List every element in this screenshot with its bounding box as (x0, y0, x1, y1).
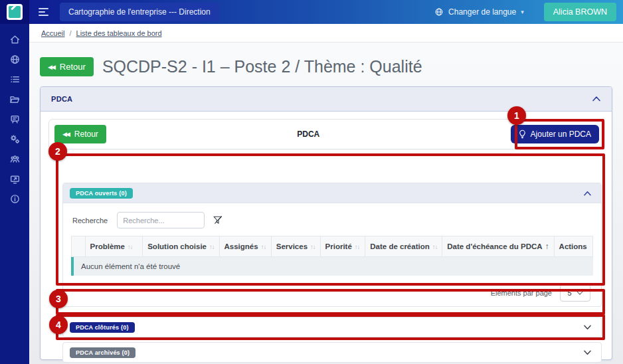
toolbar-title: PDCA (106, 130, 511, 139)
menu-toggle-icon[interactable] (39, 8, 50, 16)
caret-down-icon: ▾ (521, 9, 524, 15)
chevron-down-icon[interactable] (583, 321, 592, 333)
column-probleme[interactable]: Problème↑↓ (85, 236, 143, 257)
gears-icon[interactable] (5, 129, 25, 149)
column-priorite[interactable]: Priorité↑↓ (320, 236, 365, 257)
list-icon[interactable] (5, 69, 25, 89)
pdca-open-table: Problème↑↓ Solution choisie↑↓ Assignés↑↓… (71, 236, 593, 257)
language-label: Changer de langue (448, 7, 516, 17)
screen-share-icon[interactable] (5, 169, 25, 189)
pdca-panel: PDCA ◀◀ Retour PDCA Ajouter un PDCA (40, 86, 612, 360)
rewind-icon: ◀◀ (62, 131, 70, 137)
page-back-label: Retour (60, 62, 86, 72)
board-icon[interactable] (5, 109, 25, 129)
breadcrumb-current-link[interactable]: Liste des tableaux de bord (76, 29, 162, 37)
sort-asc-icon: ↑ (545, 242, 549, 251)
logo-icon (7, 4, 23, 20)
lightbulb-icon (519, 130, 526, 139)
pdca-open-section: PDCA ouverts (0) Recherche (62, 183, 602, 307)
folder-icon[interactable] (5, 89, 25, 109)
column-solution-choisie[interactable]: Solution choisie↑↓ (143, 236, 219, 257)
sort-icon: ↑↓ (128, 243, 133, 250)
sort-icon: ↑↓ (310, 243, 315, 250)
search-input[interactable] (117, 212, 205, 228)
sort-icon: ↑↓ (209, 243, 215, 250)
page-header: ◀◀ Retour SQCDP-S2 - I1 – Poste 2 / Thèm… (40, 57, 422, 76)
rewind-icon: ◀◀ (48, 64, 56, 70)
page-size-select[interactable]: 5 (560, 284, 590, 302)
sidebar (0, 24, 29, 364)
language-dropdown[interactable]: Changer de langue ▾ (434, 7, 524, 17)
column-date-echeance[interactable]: Date d'échéance du PDCA↑ (442, 236, 554, 257)
pdca-archived-header[interactable]: PDCA archivés (0) (63, 343, 601, 362)
app-title: Cartographie de l'entreprise --- Directi… (60, 3, 219, 21)
breadcrumb: Accueil / Liste des tableaux de bord (29, 24, 623, 43)
pdca-archived-badge: PDCA archivés (0) (70, 347, 135, 358)
empty-state-message: Aucun élément n'a été trouvé (71, 257, 593, 276)
sort-icon: ↑↓ (261, 243, 266, 250)
per-page-label: Éléments par page (491, 289, 552, 297)
sort-icon: ↑↓ (355, 243, 360, 250)
column-assignes[interactable]: Assignés↑↓ (219, 236, 271, 257)
pdca-closed-header[interactable]: PDCA clôturés (0) (63, 318, 601, 337)
breadcrumb-home-link[interactable]: Accueil (41, 29, 64, 37)
home-icon[interactable] (5, 29, 25, 49)
globe-icon[interactable] (5, 49, 25, 69)
app-logo[interactable] (0, 0, 29, 24)
pdca-panel-title: PDCA (51, 95, 72, 103)
main-area: Accueil / Liste des tableaux de bord ◀◀ … (29, 24, 623, 364)
chevron-down-icon (577, 291, 583, 296)
toolbar-back-button[interactable]: ◀◀ Retour (54, 125, 106, 143)
top-navbar: Cartographie de l'entreprise --- Directi… (0, 0, 623, 24)
pagination-row: Éléments par page 5 (71, 284, 593, 302)
column-actions: Actions (554, 236, 592, 257)
page-back-button[interactable]: ◀◀ Retour (40, 57, 94, 76)
pdca-open-header[interactable]: PDCA ouverts (0) (63, 183, 601, 203)
pdca-panel-body: ◀◀ Retour PDCA Ajouter un PDCA PDCA ouve… (41, 112, 612, 360)
pdca-panel-header[interactable]: PDCA (41, 87, 612, 112)
user-button[interactable]: Alicia BROWN (544, 3, 616, 21)
pdca-open-badge: PDCA ouverts (0) (70, 188, 133, 199)
chevron-down-icon[interactable] (583, 347, 592, 359)
column-date-creation[interactable]: Date de création↑↓ (365, 236, 442, 257)
page-size-value: 5 (567, 289, 571, 297)
info-icon[interactable] (5, 189, 25, 209)
pdca-toolbar: ◀◀ Retour PDCA Ajouter un PDCA (48, 119, 605, 149)
breadcrumb-separator: / (69, 29, 71, 37)
filter-clear-icon[interactable] (213, 215, 223, 225)
pdca-open-body: Recherche Problème↑↓ (63, 203, 601, 307)
sort-icon: ↑↓ (432, 243, 438, 250)
search-row: Recherche (72, 212, 593, 228)
team-icon[interactable] (5, 149, 25, 169)
globe-icon (434, 7, 444, 17)
toolbar-back-label: Retour (74, 130, 98, 139)
pdca-closed-badge: PDCA clôturés (0) (70, 322, 135, 333)
add-pdca-label: Ajouter un PDCA (531, 130, 591, 139)
column-services[interactable]: Services↑↓ (271, 236, 320, 257)
chevron-up-icon[interactable] (583, 187, 592, 199)
page-title: SQCDP-S2 - I1 – Poste 2 / Thème : Qualit… (102, 57, 422, 76)
search-label: Recherche (72, 217, 108, 225)
pdca-archived-section: PDCA archivés (0) (62, 342, 602, 363)
column-select (72, 236, 86, 257)
add-pdca-button[interactable]: Ajouter un PDCA (511, 125, 599, 143)
pdca-closed-section: PDCA clôturés (0) (62, 317, 602, 337)
navbar-main: Cartographie de l'entreprise --- Directi… (29, 0, 623, 24)
chevron-up-icon[interactable] (592, 93, 601, 105)
